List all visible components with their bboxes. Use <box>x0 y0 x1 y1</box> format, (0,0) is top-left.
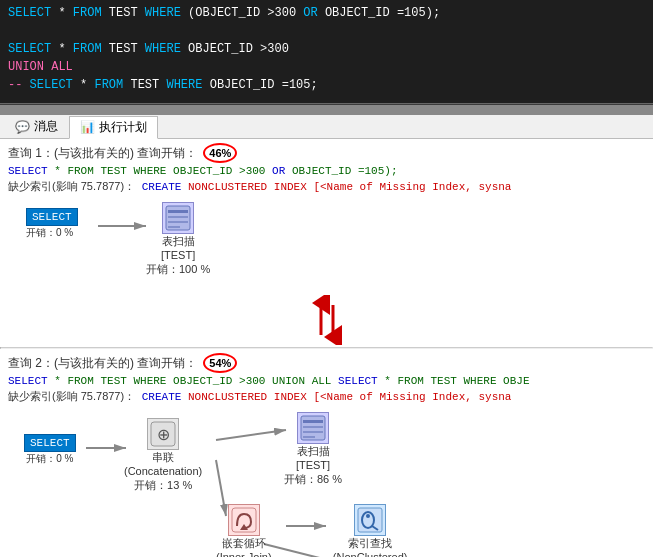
tab-messages-label: 消息 <box>34 118 58 135</box>
sql-line-5: -- SELECT * FROM TEST WHERE OBJECT_ID =1… <box>8 76 645 94</box>
query2-sql: SELECT * FROM TEST WHERE OBJECT_ID >300 … <box>8 375 645 387</box>
node-concat-q2-cost: 开销：13 % <box>134 478 192 493</box>
node-indexscan-q2[interactable]: 索引查找(NonClustered)[TEST].[PK_TEST] 开销：0 … <box>324 504 416 557</box>
query2-header-text: 查询 2：(与该批有关的) 查询开销： <box>8 355 197 372</box>
svg-text:⊕: ⊕ <box>157 426 170 443</box>
query1-missing-index: 缺少索引(影响 75.7877)： CREATE NONCLUSTERED IN… <box>8 179 645 194</box>
query1-sql: SELECT * FROM TEST WHERE OBJECT_ID >300 … <box>8 165 645 177</box>
editor-scrollbar[interactable] <box>0 103 653 113</box>
query1-plan-diagram: SELECT 开销：0 % <box>16 198 645 283</box>
tab-execution-plan[interactable]: 📊 执行计划 <box>69 116 158 139</box>
svg-rect-3 <box>168 210 188 213</box>
node-indexscan-q2-label: 索引查找(NonClustered)[TEST].[PK_TEST] <box>324 536 416 557</box>
query2-section: 查询 2：(与该批有关的) 查询开销： 54% SELECT * FROM TE… <box>0 349 653 557</box>
message-icon: 💬 <box>15 120 30 134</box>
svg-rect-22 <box>303 431 323 433</box>
plan-arrow-q1 <box>16 198 645 283</box>
node-tablescan-q1-label: 表扫描[TEST] <box>161 234 195 262</box>
tab-messages[interactable]: 💬 消息 <box>4 115 69 138</box>
sql-line-1: SELECT * FROM TEST WHERE (OBJECT_ID >300… <box>8 4 645 22</box>
nested-loop-icon-q2 <box>228 504 260 536</box>
node-concat-q2[interactable]: ⊕ 串联(Concatenation) 开销：13 % <box>124 418 202 493</box>
svg-rect-4 <box>168 216 188 218</box>
query1-section: 查询 1：(与该批有关的) 查询开销： 46% SELECT * FROM TE… <box>0 139 653 295</box>
svg-point-29 <box>366 514 370 518</box>
concat-icon-q2: ⊕ <box>147 418 179 450</box>
node-nestedloop-q2-label: 嵌套循环(Inner Join) <box>216 536 272 557</box>
svg-rect-23 <box>303 436 315 438</box>
node-concat-q2-label: 串联(Concatenation) <box>124 450 202 478</box>
svg-rect-5 <box>168 221 188 223</box>
svg-line-13 <box>216 430 286 440</box>
sql-line-blank <box>8 22 645 40</box>
table-scan-icon-q2 <box>297 412 329 444</box>
results-area[interactable]: 查询 1：(与该批有关的) 查询开销： 46% SELECT * FROM TE… <box>0 139 653 557</box>
query1-badge: 46% <box>203 143 237 163</box>
query2-badge: 54% <box>203 353 237 373</box>
node-tablescan-q1[interactable]: 表扫描[TEST] 开销：100 % <box>146 202 210 277</box>
node-tablescan-q1-cost: 开销：100 % <box>146 262 210 277</box>
query1-header-text: 查询 1：(与该批有关的) 查询开销： <box>8 145 197 162</box>
svg-rect-21 <box>303 426 323 428</box>
scrollbar-thumb[interactable] <box>0 105 653 113</box>
big-red-arrow-svg <box>307 295 347 345</box>
node-nestedloop-q2[interactable]: 嵌套循环(Inner Join) 开销：0 % <box>216 504 272 557</box>
node-select-q2-cost: 开销：0 % <box>26 452 73 466</box>
table-scan-icon-q1 <box>162 202 194 234</box>
node-select-q2[interactable]: SELECT 开销：0 % <box>24 434 76 466</box>
sql-editor[interactable]: SELECT * FROM TEST WHERE (OBJECT_ID >300… <box>0 0 653 115</box>
plan-icon: 📊 <box>80 120 95 134</box>
inter-query-arrow <box>0 295 653 345</box>
sql-line-3: SELECT * FROM TEST WHERE OBJECT_ID >300 <box>8 40 645 58</box>
query2-plan-diagram: SELECT 开销：0 % ⊕ 串联(Concatenation) 开销：13 … <box>16 408 637 557</box>
sql-line-4: UNION ALL <box>8 58 645 76</box>
query2-missing-index: 缺少索引(影响 75.7877)： CREATE NONCLUSTERED IN… <box>8 389 645 404</box>
tabs-bar: 💬 消息 📊 执行计划 <box>0 115 653 139</box>
svg-rect-6 <box>168 226 180 228</box>
create-keyword-1: CREATE <box>142 181 182 193</box>
node-tablescan-q2-cost: 开销：86 % <box>284 472 342 487</box>
node-tablescan-q2-label: 表扫描[TEST] <box>296 444 330 472</box>
keyword-select: SELECT <box>8 6 51 20</box>
tab-plan-label: 执行计划 <box>99 119 147 136</box>
create-keyword-2: CREATE <box>142 391 182 403</box>
select-button-q2: SELECT <box>24 434 76 452</box>
query1-header: 查询 1：(与该批有关的) 查询开销： 46% <box>8 143 645 163</box>
node-tablescan-q2[interactable]: 表扫描[TEST] 开销：86 % <box>284 412 342 487</box>
svg-rect-20 <box>303 420 323 423</box>
index-scan-icon-q2 <box>354 504 386 536</box>
query2-header: 查询 2：(与该批有关的) 查询开销： 54% <box>8 353 645 373</box>
